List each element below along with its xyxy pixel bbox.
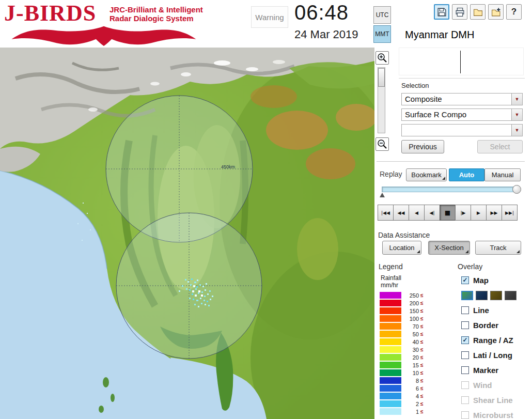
map-style-swatch-2[interactable] — [476, 291, 488, 300]
logo-title: J-BIRDS — [4, 0, 96, 26]
add-folder-button[interactable] — [488, 4, 504, 20]
previous-button[interactable]: Previous — [401, 140, 444, 153]
legend-lte-sign: ≤ — [420, 347, 424, 352]
legend-entry: 2≤ — [380, 400, 424, 408]
legend-value: 6 — [403, 385, 419, 392]
help-button[interactable]: ? — [506, 4, 522, 20]
overlay-item-label: Range / AZ — [473, 336, 513, 345]
legend-entry: 70≤ — [380, 322, 424, 330]
select-button[interactable]: Select — [477, 140, 523, 153]
legend-value: 100 — [403, 316, 419, 322]
legend-entry: 250≤ — [380, 291, 424, 299]
save-button[interactable] — [434, 4, 449, 20]
manual-button[interactable]: Manual — [484, 168, 521, 181]
playback-stop-button[interactable]: ■ — [440, 205, 456, 221]
chevron-down-icon[interactable]: ▼ — [511, 94, 522, 105]
open-folder-button[interactable] — [470, 4, 486, 20]
mmt-button[interactable]: MMT — [373, 25, 391, 43]
location-button[interactable]: Location — [382, 241, 421, 255]
overlay-item-marker[interactable]: Marker — [461, 363, 531, 378]
playback-fwd-end-button[interactable]: ▶▶| — [502, 205, 518, 221]
legend-lte-sign: ≤ — [420, 393, 424, 399]
warning-button[interactable]: Warning — [251, 6, 288, 28]
combo-extra[interactable]: ▼ — [401, 124, 523, 136]
checkbox[interactable] — [461, 321, 469, 329]
terrain-map-image — [0, 48, 374, 419]
legend-value: 20 — [403, 354, 419, 361]
overlay-label: Overlay — [458, 262, 482, 271]
legend-color-swatch — [380, 323, 401, 330]
product-listbox[interactable] — [399, 48, 524, 75]
playback-play-back-button[interactable]: ◀| — [424, 205, 440, 221]
legend-value: 200 — [403, 300, 419, 306]
zoom-scrollbar[interactable] — [378, 67, 385, 133]
radar-map[interactable]: 450km — [0, 48, 374, 419]
track-button[interactable]: Track — [475, 241, 521, 255]
chevron-down-icon[interactable]: ▼ — [511, 109, 522, 120]
legend-value: 30 — [403, 347, 419, 353]
data-assistance-label: Data Assistance — [378, 231, 430, 239]
utc-button[interactable]: UTC — [373, 6, 391, 24]
overlay-item-lati-long[interactable]: Lati / Long — [461, 348, 531, 363]
legend-value: 40 — [403, 339, 419, 345]
legend-lte-sign: ≤ — [420, 354, 424, 360]
print-button[interactable] — [452, 4, 467, 20]
legend-entry: 150≤ — [380, 307, 424, 315]
legend-entry: 10≤ — [380, 369, 424, 377]
overlay-item-label: Wind — [473, 381, 492, 390]
checkbox[interactable] — [461, 366, 469, 374]
auto-button[interactable]: Auto — [449, 168, 484, 181]
combo-composite-value: Composite — [405, 94, 442, 105]
zoom-in-button[interactable] — [375, 51, 389, 65]
checkbox-checked[interactable]: ✓ — [461, 276, 469, 284]
legend-value: 10 — [403, 370, 419, 376]
map-style-swatch-4[interactable] — [505, 291, 517, 300]
checkbox — [461, 381, 469, 389]
combo-product-value: Surface R Compo — [405, 109, 466, 120]
bookmark-button[interactable]: Bookmark — [406, 168, 447, 181]
overlay-item-microburst: Microburst — [461, 408, 531, 419]
logo-tagline-1: JRC-Brilliant & Intelligent — [109, 5, 203, 14]
overlay-item-border[interactable]: Border — [461, 318, 531, 333]
add-folder-icon — [491, 7, 501, 17]
zoom-in-icon — [377, 53, 387, 63]
checkbox[interactable] — [461, 306, 469, 314]
checkbox — [461, 411, 469, 419]
overlay-item-line[interactable]: Line — [461, 303, 531, 318]
legend-lte-sign: ≤ — [420, 370, 424, 376]
legend-color-swatch — [380, 393, 401, 399]
legend-lte-sign: ≤ — [420, 331, 424, 337]
replay-slider-thumb[interactable] — [512, 185, 521, 194]
legend-color-swatch — [380, 338, 401, 345]
chevron-down-icon[interactable]: ▼ — [511, 125, 522, 136]
playback-fwd-fast-button[interactable]: ▶▶ — [486, 205, 502, 221]
replay-slider[interactable] — [382, 187, 520, 192]
legend-color-swatch — [380, 300, 401, 306]
combo-composite[interactable]: Composite ▼ — [401, 93, 523, 105]
playback-step-fwd-button[interactable]: ▶ — [471, 205, 487, 221]
playback-rew-start-button[interactable]: |◀◀ — [378, 205, 394, 221]
legend-entry: 15≤ — [380, 361, 424, 369]
playback-play-fwd-button[interactable]: |▶ — [455, 205, 471, 221]
legend-value: 4 — [403, 393, 419, 399]
overlay-item-map[interactable]: ✓Map — [461, 273, 531, 288]
checkbox[interactable] — [461, 351, 469, 359]
checkbox-checked[interactable]: ✓ — [461, 336, 469, 344]
overlay-item-label: Border — [473, 321, 498, 330]
divider — [399, 78, 525, 79]
zoom-scrollbar-thumb[interactable] — [378, 68, 385, 87]
clock-date: 24 Mar 2019 — [294, 28, 358, 41]
overlay-item-range-az[interactable]: ✓Range / AZ — [461, 333, 531, 348]
playback-step-back-button[interactable]: ◀ — [409, 205, 425, 221]
legend-entry: 8≤ — [380, 377, 424, 384]
x-section-button[interactable]: X-Section — [428, 241, 470, 255]
save-icon — [437, 7, 447, 17]
overlay-item-label: Microburst — [473, 411, 513, 419]
zoom-out-button[interactable] — [375, 137, 389, 151]
overlay-list: ✓MapLineBorder✓Range / AZLati / LongMark… — [461, 273, 531, 419]
map-style-swatch-1[interactable] — [461, 291, 473, 300]
playback-rew-fast-button[interactable]: ◀◀ — [393, 205, 409, 221]
legend-value: 15 — [403, 362, 419, 368]
map-style-swatch-3[interactable] — [490, 291, 502, 300]
combo-product[interactable]: Surface R Compo ▼ — [401, 108, 523, 121]
